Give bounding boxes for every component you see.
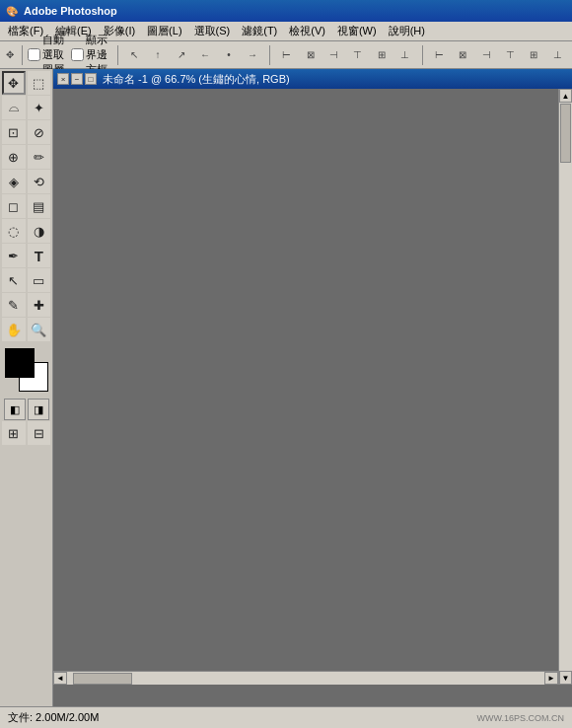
tool-row-9: ↖ ▭ <box>2 268 50 292</box>
tool-row-3: ⊡ ⊘ <box>2 120 50 144</box>
notes-tool[interactable]: ✎ <box>2 293 26 317</box>
quick-mask-row: ◧ ◨ <box>2 399 50 420</box>
watermark-status: WWW.16PS.COM.CN <box>472 713 568 723</box>
tool-row-11: ✋ 🔍 <box>2 318 50 341</box>
menu-select[interactable]: 選取(S) <box>188 22 237 40</box>
scroll-up-btn[interactable]: ▲ <box>559 89 572 103</box>
blur-tool[interactable]: ◌ <box>2 219 26 243</box>
transform-t[interactable]: ↑ <box>147 44 169 66</box>
move-tool[interactable]: ✥ <box>2 71 26 95</box>
tool-row-1: ✥ ⬚ <box>2 71 50 95</box>
doc-close-btn[interactable]: × <box>57 73 69 85</box>
menu-window[interactable]: 視窗(W) <box>331 22 383 40</box>
title-bar: 🎨 Adobe Photoshop <box>0 0 572 22</box>
history-brush-tool[interactable]: ⟲ <box>28 170 51 193</box>
normal-mode[interactable]: ◧ <box>4 399 26 420</box>
dodge-tool[interactable]: ◑ <box>28 219 51 243</box>
full-screen-menu[interactable]: ⊟ <box>28 421 51 445</box>
app-title: Adobe Photoshop <box>24 5 117 17</box>
path-select-tool[interactable]: ↖ <box>2 268 26 292</box>
tool-panel: ✥ ⬚ ⌓ ✦ ⊡ ⊘ ⊕ ✏ ◈ ⟲ ◻ ▤ ◌ ◑ ✒ T <box>0 69 53 706</box>
scrollbar-vertical[interactable]: ▲ ▼ <box>558 89 572 685</box>
dist-cv[interactable]: ⊞ <box>523 44 544 66</box>
doc-title: 未命名 -1 @ 66.7% (生鏽的心情, RGB) <box>103 72 290 87</box>
doc-min-btn[interactable]: − <box>71 73 83 85</box>
tool-row-2: ⌓ ✦ <box>2 96 50 119</box>
align-center-h[interactable]: ⊠ <box>300 44 322 66</box>
canvas-container: × − □ 未命名 -1 @ 66.7% (生鏽的心情, RGB) 生鏽的心情 … <box>53 69 572 706</box>
status-bar: 文件: 2.00M/2.00M WWW.16PS.COM.CN <box>0 706 572 728</box>
stamp-tool[interactable]: ◈ <box>2 170 26 193</box>
selection-tool[interactable]: ⬚ <box>28 71 50 95</box>
options-bar: ✥ 自動選取圖層 顯示界邊方框 ↖ ↑ ↗ ← • → ⊢ ⊠ ⊣ ⊤ ⊞ ⊥ … <box>0 41 572 69</box>
eraser-tool[interactable]: ◻ <box>2 194 26 218</box>
dist-right[interactable]: ⊣ <box>475 44 497 66</box>
menu-help[interactable]: 說明(H) <box>383 22 431 40</box>
separator-1 <box>22 45 23 65</box>
show-bounds-checkbox[interactable] <box>71 48 84 61</box>
healing-tool[interactable]: ⊕ <box>2 145 26 169</box>
distribute-icons: ⊢ ⊠ ⊣ ⊤ ⊞ ⊥ <box>428 44 568 66</box>
scrollbar-horizontal[interactable]: ◄ ► <box>53 671 558 685</box>
shape-tool[interactable]: ▭ <box>28 268 51 292</box>
doc-info: 文件: 2.00M/2.00M <box>4 710 103 725</box>
scroll-left-btn[interactable]: ◄ <box>53 672 67 685</box>
dist-bottom[interactable]: ⊥ <box>546 44 568 66</box>
doc-controls: × − □ <box>57 73 97 85</box>
type-tool[interactable]: T <box>28 244 51 267</box>
eyedropper-tool[interactable]: ✚ <box>28 293 51 317</box>
separator-3 <box>269 45 270 65</box>
app-icon: 🎨 <box>4 3 20 19</box>
dist-top[interactable]: ⊤ <box>499 44 521 66</box>
align-left[interactable]: ⊢ <box>276 44 298 66</box>
transform-icons: ↖ ↑ ↗ ← • → <box>123 44 263 66</box>
scroll-thumb-h[interactable] <box>73 673 132 685</box>
tool-row-8: ✒ T <box>2 244 50 267</box>
scroll-right-btn[interactable]: ► <box>544 672 558 685</box>
zoom-tool[interactable]: 🔍 <box>28 318 51 341</box>
pen-tool[interactable]: ✒ <box>2 244 26 267</box>
doc-title-bar: × − □ 未命名 -1 @ 66.7% (生鏽的心情, RGB) <box>53 69 572 89</box>
tool-row-4: ⊕ ✏ <box>2 145 50 169</box>
dist-ch[interactable]: ⊠ <box>452 44 473 66</box>
transform-c[interactable]: • <box>218 44 240 66</box>
scroll-down-btn[interactable]: ▼ <box>559 671 572 685</box>
transform-r[interactable]: → <box>242 44 263 66</box>
transform-tr[interactable]: ↗ <box>171 44 192 66</box>
separator-2 <box>117 45 118 65</box>
auto-select-checkbox[interactable] <box>28 48 40 61</box>
dist-left[interactable]: ⊢ <box>428 44 450 66</box>
brush-tool[interactable]: ✏ <box>28 145 51 169</box>
tool-row-10: ✎ ✚ <box>2 293 50 317</box>
lasso-tool[interactable]: ⌓ <box>2 96 26 119</box>
menu-filter[interactable]: 濾鏡(T) <box>236 22 283 40</box>
gradient-tool[interactable]: ▤ <box>28 194 51 218</box>
scroll-thumb-v[interactable] <box>560 104 571 163</box>
separator-4 <box>422 45 423 65</box>
tool-row-6: ◻ ▤ <box>2 194 50 218</box>
color-picker[interactable] <box>3 346 50 394</box>
main-area: ✥ ⬚ ⌓ ✦ ⊡ ⊘ ⊕ ✏ ◈ ⟲ ◻ ▤ ◌ ◑ ✒ T <box>0 69 572 706</box>
menu-view[interactable]: 檢視(V) <box>283 22 331 40</box>
tool-row-5: ◈ ⟲ <box>2 170 50 193</box>
view-mode-row: ⊞ ⊟ <box>2 421 50 445</box>
move-tool-icon[interactable]: ✥ <box>4 44 16 66</box>
align-center-v[interactable]: ⊞ <box>371 44 393 66</box>
slice-tool[interactable]: ⊘ <box>28 120 51 144</box>
align-right[interactable]: ⊣ <box>323 44 345 66</box>
quick-mask-mode[interactable]: ◨ <box>28 399 49 420</box>
standard-screen[interactable]: ⊞ <box>2 421 26 445</box>
transform-l[interactable]: ← <box>194 44 216 66</box>
tool-row-7: ◌ ◑ <box>2 219 50 243</box>
wand-tool[interactable]: ✦ <box>28 96 51 119</box>
menu-layer[interactable]: 圖層(L) <box>141 22 187 40</box>
foreground-color[interactable] <box>5 348 35 378</box>
crop-tool[interactable]: ⊡ <box>2 120 26 144</box>
align-icons: ⊢ ⊠ ⊣ ⊤ ⊞ ⊥ <box>276 44 416 66</box>
hand-tool[interactable]: ✋ <box>2 318 26 341</box>
align-bottom[interactable]: ⊥ <box>394 44 416 66</box>
doc-max-btn[interactable]: □ <box>85 73 97 85</box>
transform-tl[interactable]: ↖ <box>123 44 145 66</box>
align-top[interactable]: ⊤ <box>347 44 369 66</box>
